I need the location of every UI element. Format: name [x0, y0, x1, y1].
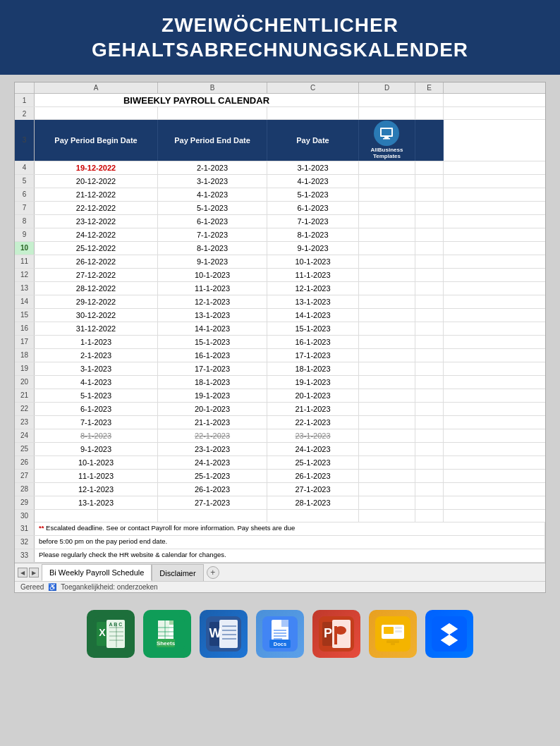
- row-num-25: 25: [15, 443, 35, 455]
- cell-c-16: 15-1-2023: [267, 322, 359, 335]
- table-row: 1429-12-202212-1-202313-1-2023: [15, 295, 545, 309]
- cell-d-5: [359, 175, 415, 188]
- row-num-27: 27: [15, 470, 35, 482]
- cell-e-22: [415, 403, 444, 415]
- row-num-7: 7: [15, 202, 35, 214]
- cell-c-19: 18-1-2023: [267, 362, 359, 375]
- cell-d-11: [359, 255, 415, 268]
- cell-c-13: 12-1-2023: [267, 282, 359, 295]
- cell-c-17: 16-1-2023: [267, 336, 359, 348]
- cell-b-28: 26-1-2023: [158, 483, 267, 496]
- cell-c-20: 19-1-2023: [267, 376, 359, 389]
- row2-c: [267, 107, 359, 119]
- cell-e-16: [415, 322, 444, 335]
- dropbox-icon[interactable]: [425, 610, 473, 658]
- cell-d-25: [359, 443, 415, 455]
- svg-rect-51: [395, 630, 402, 632]
- docs-icon[interactable]: Docs: [256, 610, 304, 658]
- cell-b-18: 16-1-2023: [158, 349, 267, 362]
- word-icon[interactable]: W: [200, 610, 248, 658]
- row-num-17: 17: [15, 336, 35, 348]
- cell-a-26: 10-1-2023: [35, 456, 158, 469]
- row-2-num: 2: [15, 107, 35, 120]
- cell-e-19: [415, 362, 444, 375]
- cell-a-16: 31-12-2022: [35, 322, 158, 335]
- row-30: 30: [15, 510, 545, 522]
- cell-d-29: [359, 496, 415, 509]
- cell-b-8: 6-1-2023: [158, 215, 267, 228]
- cell-d-8: [359, 215, 415, 228]
- cell-a-21: 5-1-2023: [35, 389, 158, 402]
- row3-e: [415, 120, 444, 161]
- table-header-row: 3 Pay Period Begin Date Pay Period End D…: [15, 120, 545, 161]
- row30-a: [35, 510, 158, 522]
- row-32-num: 32: [15, 536, 35, 549]
- svg-rect-17: [169, 620, 174, 625]
- row2-e: [415, 107, 444, 119]
- cell-c-14: 13-1-2023: [267, 295, 359, 308]
- docs-svg: Docs: [262, 616, 298, 652]
- logo-text: AllBusinessTemplates: [371, 147, 403, 160]
- cell-d-22: [359, 403, 415, 415]
- row30-c: [267, 510, 359, 522]
- row-num-16: 16: [15, 322, 35, 335]
- excel-icon[interactable]: A B C X: [87, 610, 135, 658]
- powerpoint-icon[interactable]: P: [312, 610, 360, 658]
- cell-a-13: 28-12-2022: [35, 282, 158, 295]
- cell-c-21: 20-1-2023: [267, 389, 359, 402]
- table-row: 520-12-20223-1-20234-1-2023: [15, 175, 545, 188]
- cell-e-27: [415, 470, 444, 482]
- app-icons-bar: A B C X Sheets: [0, 600, 560, 668]
- row-num-12: 12: [15, 269, 35, 281]
- row1-d: [359, 94, 415, 106]
- table-row: 2812-1-202326-1-202327-1-2023: [15, 483, 545, 496]
- cell-c-29: 28-1-2023: [267, 496, 359, 509]
- col-end-date-header: Pay Period End Date: [158, 120, 267, 161]
- accessibility-label: Toegankelijkheid: onderzoeken: [61, 583, 157, 591]
- cell-a-18: 2-1-2023: [35, 349, 158, 362]
- cell-c-26: 25-1-2023: [267, 456, 359, 469]
- cell-b-15: 13-1-2023: [158, 309, 267, 322]
- tab-prev-btn[interactable]: ◀: [18, 568, 28, 577]
- cell-e-4: [415, 161, 444, 174]
- cell-a-12: 27-12-2022: [35, 269, 158, 281]
- cell-a-4: 19-12-2022: [35, 161, 158, 174]
- tab-disclaimer[interactable]: Disclaimer: [152, 564, 203, 581]
- logo-cell: AllBusinessTemplates: [359, 120, 415, 161]
- row-num-26: 26: [15, 456, 35, 469]
- cell-b-20: 18-1-2023: [158, 376, 267, 389]
- slides-icon[interactable]: [369, 610, 417, 658]
- cell-e-12: [415, 269, 444, 281]
- cell-a-17: 1-1-2023: [35, 336, 158, 348]
- cell-a-28: 12-1-2023: [35, 483, 158, 496]
- svg-rect-34: [281, 620, 288, 627]
- col-pay-date-header: Pay Date: [267, 120, 359, 161]
- tab-biweekly[interactable]: Bi Weekly Payroll Schedule: [42, 564, 152, 581]
- cell-d-21: [359, 389, 415, 402]
- table-row: 621-12-20224-1-20235-1-2023: [15, 188, 545, 202]
- row-num-6: 6: [15, 188, 35, 201]
- cell-a-11: 26-12-2022: [35, 255, 158, 268]
- cell-b-10: 8-1-2023: [158, 242, 267, 255]
- tab-next-btn[interactable]: ▶: [29, 568, 39, 577]
- cell-b-29: 27-1-2023: [158, 496, 267, 509]
- row-30-num: 30: [15, 510, 35, 522]
- cell-a-23: 7-1-2023: [35, 416, 158, 429]
- sheets-icon[interactable]: Sheets: [143, 610, 191, 658]
- note-32-text: before 5:00 pm on the pay period end dat…: [39, 537, 167, 545]
- cell-e-14: [415, 295, 444, 308]
- cell-c-11: 10-1-2023: [267, 255, 359, 268]
- svg-text:A B C: A B C: [109, 622, 123, 627]
- row-num-28: 28: [15, 483, 35, 496]
- cell-e-26: [415, 456, 444, 469]
- column-header-row: A B C D E: [15, 82, 545, 94]
- cell-e-7: [415, 202, 444, 214]
- svg-rect-2: [384, 137, 389, 138]
- row-num-4: 4: [15, 161, 35, 174]
- tab-add-btn[interactable]: +: [207, 566, 219, 579]
- row-31-num: 31: [15, 522, 35, 535]
- svg-text:W: W: [209, 626, 221, 640]
- cell-a-15: 30-12-2022: [35, 309, 158, 322]
- svg-text:Sheets: Sheets: [157, 640, 176, 647]
- cell-b-26: 24-1-2023: [158, 456, 267, 469]
